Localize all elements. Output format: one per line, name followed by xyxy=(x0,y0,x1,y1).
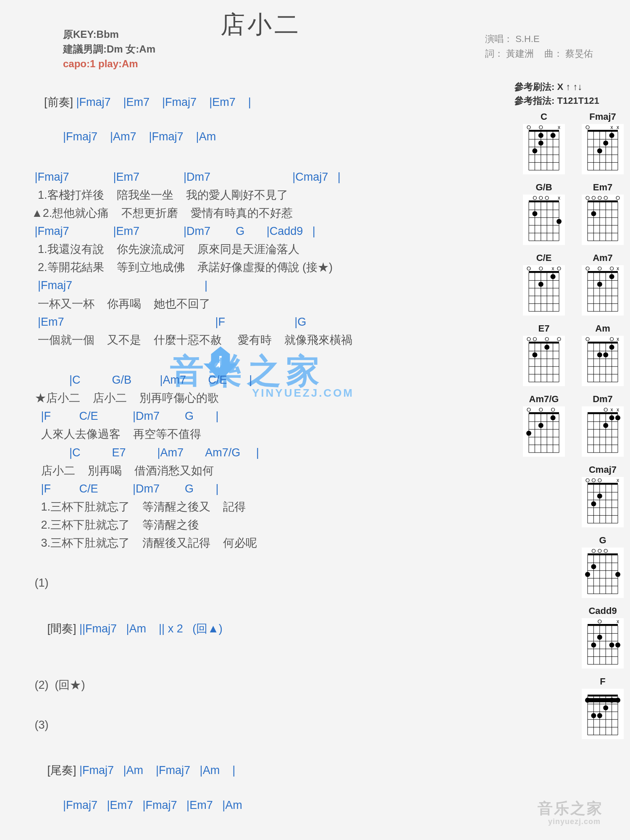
outro-section-label: [尾奏] xyxy=(44,764,76,777)
svg-point-225 xyxy=(591,564,596,569)
chord-name-label: Am7/G xyxy=(529,394,559,405)
svg-point-230 xyxy=(592,549,595,553)
chord-name-label: Am7 xyxy=(593,253,613,263)
chord-box-cadd9: Cadd9x xyxy=(582,606,624,669)
composer-label: 曲： xyxy=(544,48,563,59)
outro-chords-line1: |Fmaj7 |Am |Fmaj7 |Am | xyxy=(76,764,236,777)
svg-point-172 xyxy=(539,408,543,411)
svg-rect-263 xyxy=(586,698,620,702)
svg-point-229 xyxy=(598,549,601,553)
repeat-marker-2: (2) (回★) xyxy=(32,677,472,693)
svg-rect-117 xyxy=(529,342,559,343)
svg-point-154 xyxy=(586,337,589,341)
chord-box-c: Cx xyxy=(523,111,565,174)
chord-diagram-icon: x xyxy=(582,477,624,527)
chord-box-cmaj7: Cmaj7x xyxy=(582,464,624,527)
chord-diagram-row: Cadd9x xyxy=(494,606,624,669)
svg-point-20 xyxy=(539,126,543,129)
svg-point-206 xyxy=(597,494,602,499)
svg-point-35 xyxy=(609,133,614,138)
svg-point-37 xyxy=(597,148,602,153)
chord-diagram-column: CxFmaj7xxG/BxEm7C/ExAm7xE7AmxAm7/GDm7xxC… xyxy=(494,111,624,747)
svg-point-192 xyxy=(604,408,607,411)
strum-value: X ↑ ↑↓ xyxy=(557,82,582,92)
svg-point-16 xyxy=(538,141,543,146)
chord-diagram-row: C/ExAm7x xyxy=(494,253,624,316)
svg-rect-79 xyxy=(529,271,559,273)
svg-text:x: x xyxy=(617,336,619,342)
suggested-key: 建議男調:Dm 女:Am xyxy=(63,42,155,57)
chord-box-fmaj7: Fmaj7xx xyxy=(582,111,624,174)
chord-diagram-icon xyxy=(523,406,565,457)
intro-section-label: [前奏] xyxy=(44,96,73,108)
svg-point-173 xyxy=(527,408,530,411)
chord-name-label: Cadd9 xyxy=(588,606,617,616)
chord-sheet-content: [前奏] |Fmaj7 |Em7 |Fmaj7 |Em7 | |Fmaj7 |A… xyxy=(32,78,472,815)
chord-name-label: C/E xyxy=(536,253,552,263)
chord-diagram-row: F xyxy=(494,676,624,739)
chord-diagram-icon: x xyxy=(523,195,565,245)
chord-diagram-icon: x xyxy=(523,124,565,174)
svg-point-267 xyxy=(603,706,608,711)
repeat-marker-3: (3) xyxy=(32,717,472,733)
verse-chords-1: |Fmaj7 |Em7 |Dm7 |Cmaj7 | xyxy=(32,169,472,185)
capo-info: capo:1 play:Am xyxy=(63,57,155,71)
svg-point-75 xyxy=(604,196,607,200)
meta-left-block: 原KEY:Bbm 建議男調:Dm 女:Am capo:1 play:Am xyxy=(63,27,155,71)
svg-point-210 xyxy=(592,479,595,482)
svg-point-211 xyxy=(586,479,589,482)
svg-point-187 xyxy=(615,415,620,420)
svg-rect-250 xyxy=(588,695,618,696)
chord-diagram-row: G/BxEm7 xyxy=(494,182,624,245)
svg-point-188 xyxy=(609,415,614,420)
chord-diagram-icon: x xyxy=(582,336,624,386)
verse-lyric-2a: 1.我還沒有說 你先淚流成河 原來同是天涯淪落人 xyxy=(32,241,472,258)
svg-point-114 xyxy=(610,267,614,270)
svg-point-265 xyxy=(609,698,614,703)
strum-label: 參考刷法: xyxy=(514,82,554,92)
svg-text:x: x xyxy=(617,407,619,413)
svg-point-15 xyxy=(551,133,556,138)
svg-point-153 xyxy=(610,337,614,341)
svg-point-36 xyxy=(603,141,608,146)
svg-point-73 xyxy=(591,211,596,216)
chord-box-em7: Em7 xyxy=(582,182,624,245)
svg-point-151 xyxy=(597,353,602,358)
svg-point-77 xyxy=(592,196,595,200)
svg-point-76 xyxy=(598,196,601,200)
svg-point-54 xyxy=(532,211,537,216)
svg-rect-22 xyxy=(588,130,618,132)
svg-point-94 xyxy=(557,267,561,270)
svg-point-93 xyxy=(538,282,543,287)
svg-point-150 xyxy=(603,353,608,358)
chord-diagram-icon: xx xyxy=(582,406,624,457)
svg-point-112 xyxy=(597,282,602,287)
svg-text:x: x xyxy=(558,124,560,130)
chord-diagram-icon: xx xyxy=(582,124,624,174)
svg-rect-136 xyxy=(588,342,618,343)
svg-point-59 xyxy=(533,196,536,200)
chorus-lyric-4c: 3.三杯下肚就忘了 清醒後又記得 何必呢 xyxy=(32,535,472,551)
chord-diagram-icon xyxy=(582,689,624,739)
chord-box-am7: Am7x xyxy=(582,253,624,316)
chord-diagram-icon: x xyxy=(582,618,624,669)
watermark-small-sub: yinyuezj.com xyxy=(548,817,601,826)
original-key: 原KEY:Bbm xyxy=(63,27,155,42)
svg-point-115 xyxy=(598,267,601,270)
svg-text:x: x xyxy=(611,407,613,413)
chorus-lyric-4b: 2.三杯下肚就忘了 等清醒之後 xyxy=(32,517,472,533)
chord-name-label: E7 xyxy=(538,323,550,334)
svg-text:x: x xyxy=(617,477,619,483)
chorus-lyric-1: ★店小二 店小二 別再哼傷心的歌 xyxy=(32,390,472,406)
svg-text:x: x xyxy=(611,124,613,130)
chorus-lyric-2: 人來人去像過客 再空等不值得 xyxy=(32,426,472,442)
svg-point-78 xyxy=(586,196,589,200)
finger-label: 參考指法: xyxy=(514,95,554,106)
verse-chords-4: |Em7 |F |G xyxy=(32,314,472,330)
chord-box-dm7: Dm7xx xyxy=(582,394,624,457)
verse-chords-3: |Fmaj7 | xyxy=(32,277,472,294)
svg-point-57 xyxy=(545,196,549,200)
svg-rect-155 xyxy=(529,412,559,414)
outro-chords-line2: |Fmaj7 |Em7 |Fmaj7 |Em7 |Am xyxy=(32,797,472,814)
svg-point-264 xyxy=(615,698,620,703)
